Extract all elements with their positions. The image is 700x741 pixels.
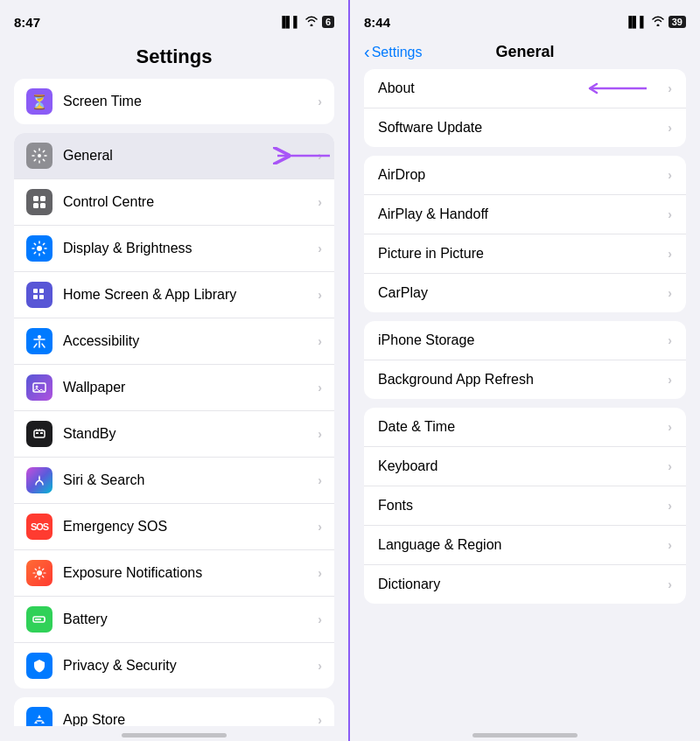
- svg-rect-7: [39, 289, 44, 293]
- battery-label: Battery: [63, 612, 318, 627]
- right-row-bg-refresh[interactable]: Background App Refresh ›: [364, 360, 686, 399]
- homescreen-label: Home Screen & App Library: [63, 287, 318, 303]
- settings-row-display[interactable]: Display & Brightness ›: [14, 226, 334, 272]
- settings-row-battery[interactable]: Battery ›: [14, 597, 334, 643]
- display-icon: [26, 235, 52, 262]
- right-row-keyboard[interactable]: Keyboard ›: [364, 447, 686, 486]
- exposure-label: Exposure Notifications: [63, 565, 318, 581]
- main-settings-group: General ›: [14, 133, 334, 689]
- wallpaper-icon: [26, 374, 52, 401]
- svg-rect-3: [33, 203, 38, 208]
- siri-icon: [26, 467, 52, 493]
- left-home-bar: [122, 733, 227, 738]
- general-chevron: ›: [318, 149, 322, 163]
- airdrop-label: AirDrop: [378, 167, 668, 183]
- appstore-chevron: ›: [318, 713, 322, 726]
- settings-row-screen-time[interactable]: ⏳ Screen Time ›: [14, 79, 334, 124]
- right-row-about[interactable]: About ›: [364, 69, 686, 108]
- right-home-indicator: [350, 726, 700, 741]
- svg-point-10: [38, 335, 41, 339]
- svg-point-0: [38, 154, 41, 157]
- homescreen-icon: [26, 282, 52, 308]
- iphone-storage-label: iPhone Storage: [378, 332, 668, 348]
- airdrop-chevron: ›: [668, 168, 672, 182]
- right-row-dictionary[interactable]: Dictionary ›: [364, 565, 686, 604]
- date-time-label: Date & Time: [378, 419, 668, 435]
- settings-row-accessibility[interactable]: Accessibility ›: [14, 318, 334, 365]
- right-wifi-icon: [651, 16, 665, 29]
- battery-icon: [26, 606, 52, 633]
- standby-icon: [26, 421, 52, 447]
- right-row-airplay[interactable]: AirPlay & Handoff ›: [364, 195, 686, 234]
- left-page-title: Settings: [0, 38, 348, 79]
- right-row-language[interactable]: Language & Region ›: [364, 526, 686, 565]
- right-row-iphone-storage[interactable]: iPhone Storage ›: [364, 321, 686, 360]
- settings-row-exposure[interactable]: Exposure Notifications ›: [14, 550, 334, 597]
- software-update-label: Software Update: [378, 120, 668, 136]
- right-panel: 8:44 ▐▌▌ 39 ‹ Settings General About: [350, 0, 700, 741]
- privacy-chevron: ›: [318, 659, 322, 673]
- right-status-bar: 8:44 ▐▌▌ 39: [350, 0, 700, 38]
- language-label: Language & Region: [378, 537, 668, 553]
- settings-row-homescreen[interactable]: Home Screen & App Library ›: [14, 272, 334, 318]
- keyboard-label: Keyboard: [378, 458, 668, 474]
- pip-chevron: ›: [668, 247, 672, 261]
- emergency-label: Emergency SOS: [63, 519, 318, 535]
- emergency-icon: SOS: [26, 514, 52, 540]
- right-row-airdrop[interactable]: AirDrop ›: [364, 156, 686, 195]
- svg-rect-15: [40, 432, 43, 434]
- siri-label: Siri & Search: [63, 472, 318, 488]
- right-row-pip[interactable]: Picture in Picture ›: [364, 234, 686, 274]
- fonts-label: Fonts: [378, 498, 668, 514]
- svg-rect-18: [35, 619, 41, 620]
- svg-rect-8: [33, 295, 38, 299]
- nav-back-button[interactable]: ‹ Settings: [364, 42, 422, 62]
- right-row-software-update[interactable]: Software Update ›: [364, 108, 686, 147]
- settings-row-siri[interactable]: Siri & Search ›: [14, 458, 334, 504]
- software-update-chevron: ›: [668, 121, 672, 135]
- wallpaper-label: Wallpaper: [63, 380, 318, 395]
- standby-label: StandBy: [63, 426, 318, 442]
- settings-row-standby[interactable]: StandBy ›: [14, 411, 334, 458]
- control-centre-chevron: ›: [318, 195, 322, 209]
- about-chevron: ›: [668, 81, 672, 95]
- right-battery: 39: [668, 16, 686, 28]
- standby-chevron: ›: [318, 427, 322, 441]
- settings-row-control-centre[interactable]: Control Centre ›: [14, 179, 334, 226]
- carplay-label: CarPlay: [378, 285, 668, 301]
- airplay-chevron: ›: [668, 207, 672, 221]
- carplay-chevron: ›: [668, 286, 672, 300]
- pip-label: Picture in Picture: [378, 246, 668, 262]
- appstore-icon: [26, 707, 52, 726]
- wifi-icon: [304, 16, 318, 29]
- right-row-date-time[interactable]: Date & Time ›: [364, 408, 686, 447]
- battery-chevron: ›: [318, 612, 322, 626]
- airplay-label: AirPlay & Handoff: [378, 206, 668, 222]
- iphone-storage-chevron: ›: [668, 333, 672, 347]
- settings-row-wallpaper[interactable]: Wallpaper ›: [14, 365, 334, 411]
- svg-rect-14: [36, 432, 38, 434]
- right-row-carplay[interactable]: CarPlay ›: [364, 274, 686, 312]
- dictionary-label: Dictionary: [378, 577, 668, 592]
- dictionary-chevron: ›: [668, 577, 672, 591]
- general-label: General: [63, 148, 318, 164]
- left-status-bar: 8:47 ▐▌▌ 6: [0, 0, 348, 38]
- display-label: Display & Brightness: [63, 241, 318, 256]
- date-time-chevron: ›: [668, 420, 672, 434]
- siri-chevron: ›: [318, 473, 322, 487]
- display-chevron: ›: [318, 241, 322, 255]
- storage-group: iPhone Storage › Background App Refresh …: [364, 321, 686, 399]
- settings-row-emergency[interactable]: SOS Emergency SOS ›: [14, 504, 334, 550]
- right-status-icons: ▐▌▌ 39: [625, 16, 686, 29]
- exposure-chevron: ›: [318, 566, 322, 580]
- emergency-chevron: ›: [318, 520, 322, 534]
- settings-row-general[interactable]: General ›: [14, 133, 334, 179]
- bg-refresh-label: Background App Refresh: [378, 372, 668, 388]
- settings-row-privacy[interactable]: Privacy & Security ›: [14, 643, 334, 689]
- right-row-fonts[interactable]: Fonts ›: [364, 486, 686, 526]
- accessibility-label: Accessibility: [63, 333, 318, 349]
- locale-group: Date & Time › Keyboard › Fonts › Languag…: [364, 408, 686, 604]
- svg-rect-13: [34, 430, 45, 437]
- bg-refresh-chevron: ›: [668, 373, 672, 387]
- settings-row-appstore[interactable]: App Store ›: [14, 697, 334, 726]
